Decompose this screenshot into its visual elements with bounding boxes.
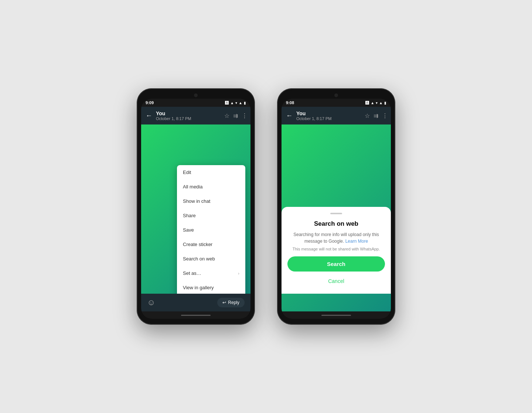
left-home-indicator (141, 311, 250, 319)
menu-item-set-as[interactable]: Set as… › (177, 266, 245, 280)
right-phone-screen: 9:08 🅰 ▲ ▾ ▲ ▮ ← You October 1, 8:17 PM … (282, 99, 391, 319)
menu-item-all-media[interactable]: All media (177, 180, 245, 194)
battery-icon: ▮ (244, 101, 246, 105)
learn-more-link[interactable]: Learn More (345, 239, 368, 244)
menu-item-edit[interactable]: Edit (177, 165, 245, 180)
right-nav-title-area: You October 1, 8:17 PM (296, 110, 362, 121)
dialog-description: Searching for more info will upload only… (287, 231, 385, 245)
left-back-button[interactable]: ← (144, 110, 154, 121)
right-status-bar: 9:08 🅰 ▲ ▾ ▲ ▮ (282, 99, 391, 107)
menu-item-view-in-gallery[interactable]: View in gallery (177, 280, 245, 294)
right-home-indicator (282, 311, 391, 319)
reply-button[interactable]: ↩ Reply (217, 298, 245, 307)
left-image-area: 𝕎 CALLS&BETAINFO Edit All media Show in … (141, 124, 250, 294)
right-nav-actions: ☆ ⇉ ⋮ (365, 112, 388, 119)
right-nav-bar: ← You October 1, 8:17 PM ☆ ⇉ ⋮ (282, 107, 391, 124)
right-power-button (395, 147, 395, 162)
right-nav-title: You (296, 110, 362, 116)
right-status-icons: 🅰 ▲ ▾ ▲ ▮ (365, 101, 386, 105)
menu-item-search-on-web[interactable]: Search on web (177, 252, 245, 266)
right-image-area: WBI CALLS&BETAINFO Search on web Searchi… (282, 124, 391, 311)
menu-item-save[interactable]: Save (177, 223, 245, 237)
alert-icon: ▲ (230, 101, 234, 105)
cancel-button[interactable]: Cancel (287, 274, 385, 288)
reply-arrow-icon: ↩ (222, 300, 226, 305)
search-button[interactable]: Search (287, 256, 385, 272)
right-star-icon[interactable]: ☆ (365, 112, 370, 119)
right-home-bar (321, 315, 351, 316)
wifi-icon: ▾ (235, 101, 237, 105)
phones-container: 9:09 🅰 ▲ ▾ ▲ ▮ ← You October 1, 8:17 PM … (122, 74, 410, 339)
power-button (255, 147, 255, 162)
left-nav-title: You (156, 110, 222, 116)
left-status-icons: 🅰 ▲ ▾ ▲ ▮ (225, 101, 246, 105)
left-status-bar: 9:09 🅰 ▲ ▾ ▲ ▮ (141, 99, 250, 107)
right-nav-subtitle: October 1, 8:17 PM (296, 116, 362, 121)
left-phone: 9:09 🅰 ▲ ▾ ▲ ▮ ← You October 1, 8:17 PM … (137, 88, 255, 325)
notification-icon: 🅰 (225, 101, 229, 105)
right-wifi-icon: ▾ (376, 101, 378, 105)
dialog-title: Search on web (287, 220, 385, 228)
menu-item-share[interactable]: Share (177, 208, 245, 223)
menu-item-create-sticker[interactable]: Create sticker (177, 237, 245, 252)
signal-icon: ▲ (239, 101, 242, 105)
right-notification-icon: 🅰 (365, 101, 369, 105)
volume-button-down (137, 155, 137, 166)
right-alert-icon: ▲ (371, 101, 374, 105)
search-on-web-dialog: Search on web Searching for more info wi… (282, 207, 391, 294)
right-camera (334, 93, 338, 97)
right-battery-icon: ▮ (384, 101, 386, 105)
dialog-handle (330, 213, 342, 214)
left-nav-actions: ☆ ⇉ ⋮ (224, 112, 248, 119)
left-phone-screen: 9:09 🅰 ▲ ▾ ▲ ▮ ← You October 1, 8:17 PM … (141, 99, 250, 319)
right-signal-icon: ▲ (379, 101, 383, 105)
left-nav-subtitle: October 1, 8:17 PM (156, 116, 222, 121)
volume-button-up (137, 140, 137, 151)
left-bottom-bar: ☺ ↩ Reply (141, 294, 250, 311)
left-nav-title-area: You October 1, 8:17 PM (156, 110, 222, 121)
more-icon[interactable]: ⋮ (242, 112, 248, 119)
right-phone: 9:08 🅰 ▲ ▾ ▲ ▮ ← You October 1, 8:17 PM … (277, 88, 395, 325)
left-home-bar (181, 315, 211, 316)
left-status-time: 9:09 (146, 100, 154, 105)
right-volume-button-down (277, 155, 277, 166)
left-nav-bar: ← You October 1, 8:17 PM ☆ ⇉ ⋮ (141, 107, 250, 124)
context-menu: Edit All media Show in chat Share Save (177, 165, 245, 294)
right-status-time: 9:08 (286, 100, 294, 105)
right-forward-icon[interactable]: ⇉ (374, 112, 378, 119)
camera (194, 93, 198, 97)
forward-icon[interactable]: ⇉ (233, 112, 238, 119)
star-icon[interactable]: ☆ (224, 112, 229, 119)
right-volume-button-up (277, 140, 277, 151)
right-more-icon[interactable]: ⋮ (382, 112, 388, 119)
emoji-button[interactable]: ☺ (147, 298, 155, 307)
menu-item-show-in-chat[interactable]: Show in chat (177, 194, 245, 208)
right-back-button[interactable]: ← (284, 110, 294, 121)
dialog-note: This message will not be shared with Wha… (287, 247, 385, 251)
submenu-chevron: › (238, 271, 239, 276)
